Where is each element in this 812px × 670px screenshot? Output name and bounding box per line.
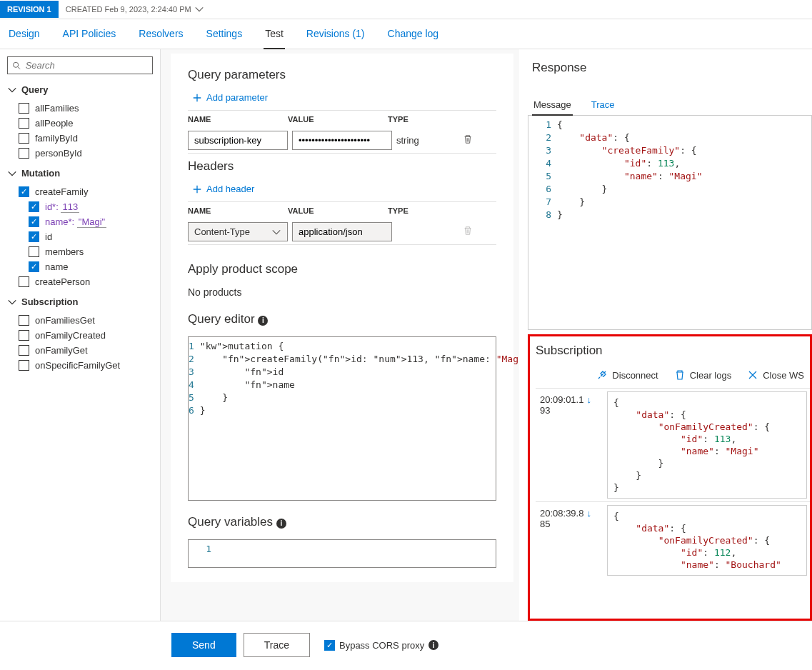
header-row: Content-Type — [188, 219, 496, 245]
headers-title: Headers — [188, 159, 496, 174]
label: Add header — [206, 184, 254, 194]
main-tabs: Design API Policies Resolvers Settings T… — [0, 19, 812, 49]
tab-changelog[interactable]: Change log — [386, 19, 441, 49]
trash-icon — [463, 134, 473, 144]
item-allpeople[interactable]: allPeople — [7, 116, 153, 131]
item-cf-id-arg[interactable]: ✓id*: 113 — [7, 199, 153, 214]
label: allPeople — [35, 118, 74, 129]
label: allFamilies — [35, 103, 79, 114]
col-value: VALUE — [288, 115, 388, 124]
name-value[interactable]: "Magi" — [77, 216, 106, 228]
header-name-select[interactable]: Content-Type — [188, 222, 288, 241]
label: name*: — [45, 216, 74, 227]
item-personbyid[interactable]: personById — [7, 146, 153, 161]
no-products-text: No products — [188, 286, 496, 298]
item-onfamiliesget[interactable]: onFamiliesGet — [7, 313, 153, 328]
col-type: TYPE — [388, 206, 445, 215]
tab-design[interactable]: Design — [7, 19, 41, 49]
col-name: NAME — [188, 206, 288, 215]
header-value-input[interactable] — [292, 222, 392, 241]
editor-code[interactable]: "kw">mutation { "fn">createFamily("fn">i… — [200, 337, 519, 500]
close-icon — [747, 369, 758, 381]
revision-bar: REVISION 1 CREATED Feb 9, 2023, 2:24:40 … — [0, 0, 812, 19]
variables-editor[interactable]: 1 — [188, 539, 496, 568]
search-input[interactable] — [26, 60, 148, 71]
editor-gutter: 123456 — [189, 337, 200, 500]
revision-created[interactable]: CREATED Feb 9, 2023, 2:24:40 PM — [59, 0, 211, 19]
item-createperson[interactable]: createPerson — [7, 274, 153, 289]
log-row[interactable]: 20:08:39.885 ↓{ "data": { "onFamilyCreat… — [536, 501, 810, 579]
label: onSpecificFamilyGet — [35, 360, 120, 371]
query-variables-title: Query variables i — [188, 515, 496, 529]
arrow-down-icon: ↓ — [586, 394, 591, 405]
send-button[interactable]: Send — [171, 633, 236, 657]
item-cf-field-name[interactable]: ✓name — [7, 259, 153, 274]
label: Bypass CORS proxy — [339, 640, 424, 651]
trace-button[interactable]: Trace — [244, 633, 310, 657]
section-query[interactable]: Query — [7, 84, 153, 95]
disconnect-button[interactable]: Disconnect — [596, 369, 658, 381]
info-icon[interactable]: i — [258, 316, 268, 326]
section-mutation-label: Mutation — [21, 168, 60, 179]
col-type: TYPE — [388, 115, 445, 124]
clear-logs-button[interactable]: Clear logs — [674, 369, 732, 381]
response-title: Response — [528, 61, 812, 75]
item-onfamilyget[interactable]: onFamilyGet — [7, 343, 153, 358]
label: Disconnect — [612, 370, 658, 381]
item-onspecificfamilyget[interactable]: onSpecificFamilyGet — [7, 358, 153, 373]
label: onFamilyGet — [35, 345, 88, 356]
add-header-button[interactable]: Add header — [192, 184, 496, 194]
center-panel: Query parameters Add parameter NAME VALU… — [161, 49, 519, 621]
item-allfamilies[interactable]: allFamilies — [7, 101, 153, 116]
item-cf-field-id[interactable]: ✓id — [7, 229, 153, 244]
svg-line-1 — [18, 66, 20, 69]
label: personById — [35, 148, 82, 159]
disconnect-icon — [596, 369, 608, 381]
params-header: NAME VALUE TYPE — [188, 110, 496, 128]
response-gutter: 12345678 — [528, 116, 557, 329]
plus-icon — [192, 184, 202, 194]
response-body[interactable]: 12345678 { "data": { "createFamily": { "… — [528, 116, 812, 330]
tab-settings[interactable]: Settings — [205, 19, 244, 49]
item-cf-field-members[interactable]: members — [7, 244, 153, 259]
subscription-logs: 20:09:01.193 ↓{ "data": { "onFamilyCreat… — [536, 388, 810, 579]
delete-param-button[interactable] — [463, 136, 473, 146]
id-value[interactable]: 113 — [61, 201, 79, 213]
item-cf-name-arg[interactable]: ✓name*: "Magi" — [7, 214, 153, 229]
info-icon[interactable]: i — [428, 640, 438, 650]
section-mutation[interactable]: Mutation — [7, 168, 153, 179]
search-box[interactable] — [7, 56, 153, 74]
tab-api-policies[interactable]: API Policies — [61, 19, 118, 49]
label: createFamily — [35, 186, 88, 197]
response-tabs: Message Trace — [528, 95, 812, 116]
item-familybyid[interactable]: familyById — [7, 131, 153, 146]
bypass-cors[interactable]: ✓ Bypass CORS proxy i — [324, 640, 438, 651]
log-row[interactable]: 20:09:01.193 ↓{ "data": { "onFamilyCreat… — [536, 388, 810, 501]
label: Close WS — [763, 370, 804, 381]
info-icon[interactable]: i — [276, 519, 286, 529]
tab-message[interactable]: Message — [532, 95, 573, 116]
plus-icon — [192, 93, 202, 103]
chevron-down-icon — [7, 297, 17, 307]
add-parameter-button[interactable]: Add parameter — [192, 92, 496, 103]
section-subscription[interactable]: Subscription — [7, 296, 153, 307]
tab-resolvers[interactable]: Resolvers — [137, 19, 184, 49]
subscription-title: Subscription — [536, 341, 810, 365]
search-icon — [12, 61, 21, 71]
tab-test[interactable]: Test — [264, 19, 285, 49]
param-value-input[interactable] — [292, 131, 392, 150]
item-createfamily[interactable]: ✓createFamily — [7, 184, 153, 199]
label: Content-Type — [194, 226, 250, 237]
tab-trace[interactable]: Trace — [590, 95, 616, 115]
log-timestamp: 20:09:01.193 ↓ — [536, 389, 607, 501]
item-onfamilycreated[interactable]: onFamilyCreated — [7, 328, 153, 343]
chevron-down-icon — [7, 169, 17, 179]
param-name-input[interactable] — [188, 131, 288, 150]
label: onFamilyCreated — [35, 330, 106, 341]
label: id — [45, 231, 52, 242]
subscription-panel: Subscription Disconnect Clear logs Close… — [528, 334, 812, 621]
tab-revisions[interactable]: Revisions (1) — [305, 19, 366, 49]
query-editor[interactable]: 123456 "kw">mutation { "fn">createFamily… — [188, 336, 496, 501]
close-ws-button[interactable]: Close WS — [747, 369, 804, 381]
delete-header-button — [463, 227, 473, 238]
